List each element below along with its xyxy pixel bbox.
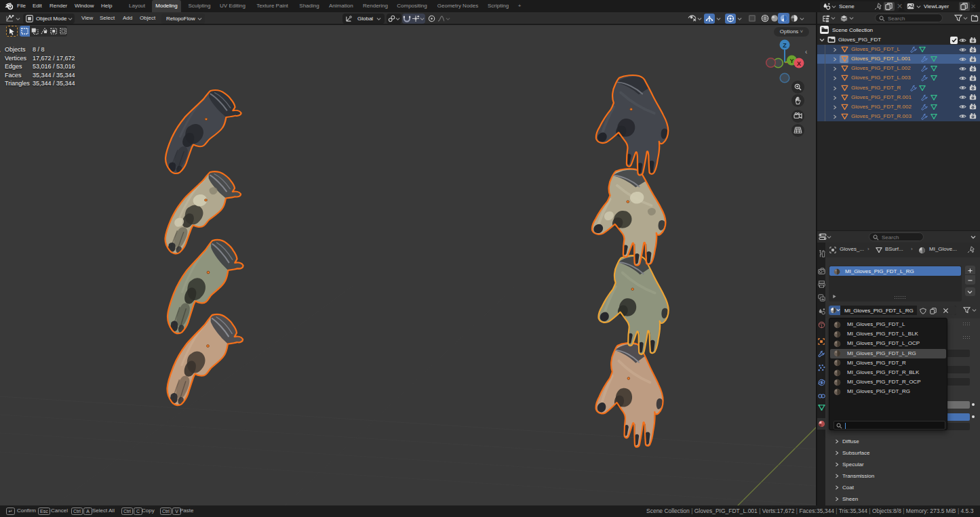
svg-text:Y: Y [789,58,793,64]
svg-text:Z: Z [783,42,787,49]
svg-text:X: X [797,60,801,67]
